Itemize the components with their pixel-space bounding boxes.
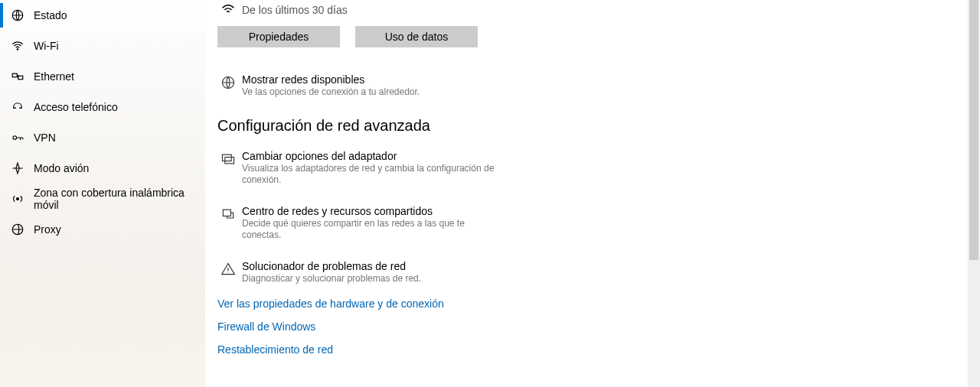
vpn-icon [11, 131, 24, 145]
status-subtitle: De los últimos 30 días [242, 4, 348, 16]
warning-icon [217, 260, 239, 285]
adapter-desc: Visualiza los adaptadores de red y cambi… [242, 163, 502, 187]
adapter-title: Cambiar opciones del adaptador [242, 150, 502, 162]
sidebar-item-label: Zona con cobertura inalámbrica móvil [34, 187, 205, 211]
buttons-row: Propiedades Uso de datos [217, 26, 968, 47]
show-networks-row[interactable]: Mostrar redes disponibles Ve las opcione… [217, 73, 968, 99]
sharing-row[interactable]: Centro de redes y recursos compartidos D… [217, 205, 968, 242]
globe-icon [217, 73, 239, 99]
ethernet-icon [11, 70, 24, 83]
sharing-title: Centro de redes y recursos compartidos [242, 205, 502, 217]
sidebar-item-label: Acceso telefónico [34, 101, 118, 113]
troubleshoot-row[interactable]: Solucionador de problemas de red Diagnos… [217, 260, 968, 285]
properties-button[interactable]: Propiedades [217, 26, 340, 47]
status-row: De los últimos 30 días [217, 2, 968, 18]
data-usage-button[interactable]: Uso de datos [355, 26, 478, 47]
section-header: Configuración de red avanzada [217, 117, 968, 135]
svg-rect-8 [223, 154, 232, 161]
wifi-arc-icon [217, 2, 239, 18]
svg-rect-2 [12, 73, 17, 77]
sidebar-item-label: Proxy [34, 223, 61, 236]
sidebar-item-hotspot[interactable]: Zona con cobertura inalámbrica móvil [0, 184, 205, 214]
sidebar-item-estado[interactable]: Estado [0, 0, 205, 31]
adapter-icon [217, 150, 239, 187]
sidebar-item-label: Ethernet [34, 70, 74, 83]
sharing-desc: Decide qué quieres compartir en las rede… [242, 218, 502, 242]
sidebar-item-proxy[interactable]: Proxy [0, 214, 205, 245]
troubleshoot-desc: Diagnosticar y solucionar problemas de r… [242, 273, 421, 285]
sidebar-item-label: Wi-Fi [34, 40, 59, 52]
airplane-icon [11, 161, 24, 175]
scrollbar-thumb[interactable] [969, 0, 978, 260]
svg-point-1 [17, 49, 18, 50]
svg-point-5 [17, 198, 19, 200]
scrollbar[interactable] [968, 0, 980, 387]
wifi-icon [11, 39, 24, 53]
link-network-reset[interactable]: Restablecimiento de red [217, 343, 968, 356]
sidebar-item-label: Estado [34, 9, 67, 21]
main-content: De los últimos 30 días Propiedades Uso d… [205, 0, 980, 387]
show-networks-desc: Ve las opciones de conexión a tu alreded… [242, 86, 420, 99]
sidebar-item-vpn[interactable]: VPN [0, 122, 205, 153]
svg-point-4 [13, 136, 17, 140]
sidebar-item-airplane[interactable]: Modo avión [0, 153, 205, 184]
adapter-row[interactable]: Cambiar opciones del adaptador Visualiza… [217, 150, 968, 187]
sidebar-item-ethernet[interactable]: Ethernet [0, 61, 205, 92]
svg-rect-9 [225, 157, 234, 163]
sharing-icon [217, 205, 239, 242]
show-networks-title: Mostrar redes disponibles [242, 73, 420, 86]
sidebar: Estado Wi-Fi Ethernet Acceso telefónico … [0, 0, 205, 387]
link-hardware-properties[interactable]: Ver las propiedades de hardware y de con… [217, 298, 968, 310]
dialup-icon [11, 100, 24, 114]
svg-rect-3 [18, 76, 23, 80]
proxy-icon [11, 223, 24, 236]
sidebar-item-wifi[interactable]: Wi-Fi [0, 31, 205, 61]
troubleshoot-title: Solucionador de problemas de red [242, 260, 421, 272]
link-firewall[interactable]: Firewall de Windows [217, 320, 968, 333]
globe-icon [11, 8, 24, 22]
sidebar-item-dialup[interactable]: Acceso telefónico [0, 92, 205, 122]
sidebar-item-label: VPN [34, 132, 56, 144]
svg-rect-10 [223, 210, 230, 216]
hotspot-icon [11, 192, 24, 206]
sidebar-item-label: Modo avión [34, 162, 89, 174]
